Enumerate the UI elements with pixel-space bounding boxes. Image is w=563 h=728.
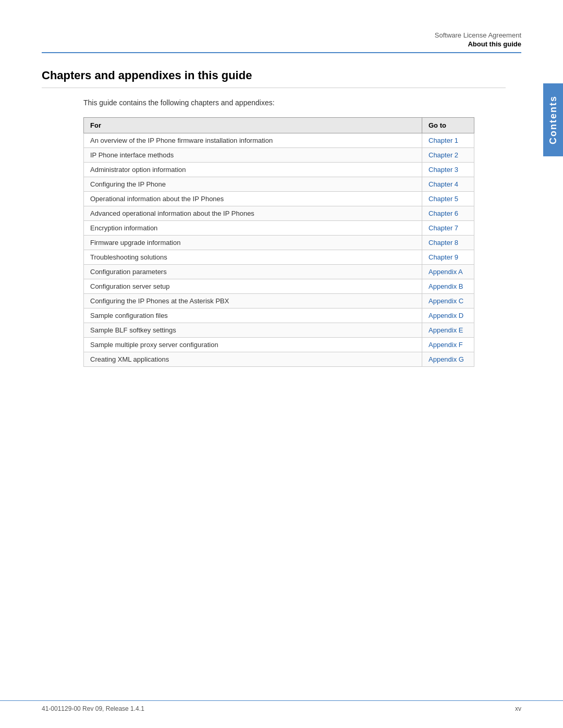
table-cell-goto[interactable]: Chapter 2 [422,148,474,163]
table-row: Firmware upgrade informationChapter 8 [84,236,474,250]
table-row: Configuration parametersAppendix A [84,265,474,279]
contents-tab: Contents [543,83,563,156]
table-cell-for: Sample BLF softkey settings [84,323,422,338]
table-row: Sample multiple proxy server configurati… [84,338,474,352]
page-container: Software License Agreement About this gu… [0,0,563,728]
table-row: Sample configuration filesAppendix D [84,309,474,323]
table-cell-for: Configuration parameters [84,265,422,279]
footer: 41-001129-00 Rev 09, Release 1.4.1 xv [0,700,563,712]
table-cell-for: Operational information about the IP Pho… [84,192,422,206]
table-row: Configuring the IP Phones at the Asteris… [84,294,474,309]
footer-right: xv [515,705,521,712]
table-row: IP Phone interface methodsChapter 2 [84,148,474,163]
table-cell-for: Encryption information [84,221,422,236]
table-cell-for: Firmware upgrade information [84,236,422,250]
table-cell-goto[interactable]: Chapter 6 [422,206,474,221]
header-bold-line: About this guide [42,40,521,48]
table-cell-for: Sample configuration files [84,309,422,323]
main-content: Chapters and appendixes in this guide Th… [0,53,563,388]
table-cell-goto[interactable]: Chapter 4 [422,177,474,192]
table-cell-for: Advanced operational information about t… [84,206,422,221]
table-cell-goto[interactable]: Chapter 8 [422,236,474,250]
table-row: An overview of the IP Phone firmware ins… [84,133,474,148]
col-for-header: For [84,118,422,133]
content-table: For Go to An overview of the IP Phone fi… [83,117,474,367]
table-row: Configuring the IP PhoneChapter 4 [84,177,474,192]
table-cell-goto[interactable]: Chapter 9 [422,250,474,265]
table-row: Troubleshooting solutionsChapter 9 [84,250,474,265]
table-row: Creating XML applicationsAppendix G [84,352,474,367]
table-row: Configuration server setupAppendix B [84,279,474,294]
table-cell-for: Sample multiple proxy server configurati… [84,338,422,352]
table-row: Advanced operational information about t… [84,206,474,221]
table-cell-for: Administrator option information [84,163,422,177]
header-top-line: Software License Agreement [42,31,521,39]
table-cell-for: IP Phone interface methods [84,148,422,163]
table-cell-for: Creating XML applications [84,352,422,367]
table-cell-goto[interactable]: Appendix A [422,265,474,279]
table-row: Encryption informationChapter 7 [84,221,474,236]
table-cell-goto[interactable]: Appendix E [422,323,474,338]
footer-left: 41-001129-00 Rev 09, Release 1.4.1 [42,705,144,712]
table-cell-for: Configuration server setup [84,279,422,294]
table-cell-goto[interactable]: Appendix B [422,279,474,294]
col-goto-header: Go to [422,118,474,133]
table-row: Operational information about the IP Pho… [84,192,474,206]
page-heading: Chapters and appendixes in this guide [42,69,506,88]
table-cell-for: Configuring the IP Phone [84,177,422,192]
table-row: Sample BLF softkey settingsAppendix E [84,323,474,338]
table-cell-goto[interactable]: Chapter 7 [422,221,474,236]
table-row: Administrator option informationChapter … [84,163,474,177]
table-cell-goto[interactable]: Chapter 1 [422,133,474,148]
table-cell-goto[interactable]: Chapter 5 [422,192,474,206]
table-cell-goto[interactable]: Appendix F [422,338,474,352]
table-cell-goto[interactable]: Chapter 3 [422,163,474,177]
intro-text: This guide contains the following chapte… [42,98,506,107]
table-cell-goto[interactable]: Appendix D [422,309,474,323]
header-area: Software License Agreement About this gu… [0,0,563,48]
table-cell-for: An overview of the IP Phone firmware ins… [84,133,422,148]
table-cell-goto[interactable]: Appendix C [422,294,474,309]
table-cell-for: Configuring the IP Phones at the Asteris… [84,294,422,309]
table-cell-for: Troubleshooting solutions [84,250,422,265]
table-header-row: For Go to [84,118,474,133]
table-cell-goto[interactable]: Appendix G [422,352,474,367]
